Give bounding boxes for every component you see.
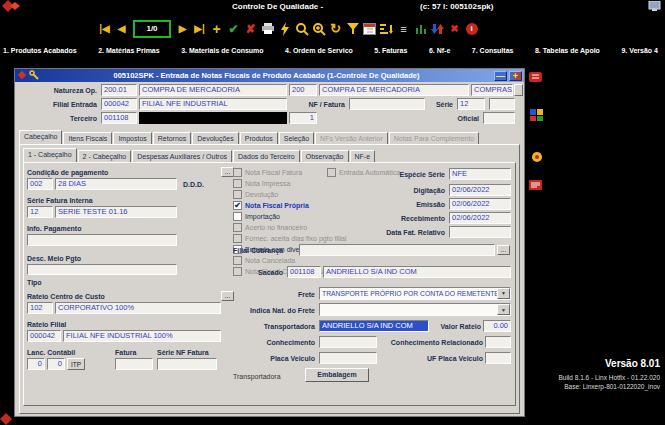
chevron-down-icon[interactable]: ▼ [497, 304, 510, 315]
especie-serie-field[interactable]: NFE [449, 168, 511, 180]
checkbox-importacao[interactable]: Importação [233, 212, 280, 221]
desktop-icon-1[interactable] [528, 70, 543, 88]
new-record-icon[interactable]: + [208, 20, 225, 38]
app-titlebar[interactable]: Controle De Qualidade - (c: 57 l: 005102… [0, 0, 665, 13]
itp-button[interactable]: ITP [67, 358, 85, 370]
data-fat-relativo-field[interactable] [449, 226, 511, 238]
terceiro-name-field-redacted[interactable] [139, 112, 287, 124]
build-label: Build 8.1.6 - Linx Hotfix - 01.22.020 [558, 374, 660, 381]
natureza-tipo-field[interactable]: COMPRAS [471, 84, 513, 96]
nf-fatura-field[interactable] [349, 98, 425, 110]
frete-select[interactable]: TRANSPORTE PRÓPRIO POR CONTA DO REMETENT… [319, 287, 511, 300]
menu-tabelas-apoio[interactable]: 8. Tabelas de Apoio [535, 47, 600, 54]
serie-nf-fatura-field[interactable] [157, 358, 217, 370]
rateio-cc-lookup-button[interactable]: ... [221, 291, 234, 301]
transfer-arrows-icon[interactable] [429, 20, 446, 38]
desktop-icon-4[interactable] [528, 178, 543, 196]
next-record-icon[interactable]: ▶ [174, 20, 191, 38]
uf-placa-veiculo-field[interactable] [485, 352, 511, 364]
terceiro-seq-field[interactable]: 1 [289, 112, 317, 124]
valor-rateio-field[interactable]: 0.00 [483, 320, 511, 332]
print-icon[interactable] [259, 20, 276, 38]
filial-cobranca-lookup-button[interactable]: ... [497, 245, 510, 255]
tab-cabecalho[interactable]: Cabeçalho [19, 130, 62, 145]
natureza-desc-field[interactable]: COMPRA DE MERCADORIA [139, 84, 287, 96]
cond-pagamento-code-field[interactable]: 002 [27, 178, 53, 190]
last-record-icon[interactable]: ▶| [191, 20, 208, 38]
serie-field[interactable]: 12 [457, 98, 485, 110]
menu-versao[interactable]: 9. Versão 4 [621, 47, 658, 54]
rateio-filial-desc-field[interactable]: FILIAL NFE INDUSTRIAL 100% [63, 330, 221, 342]
menu-materias-primas[interactable]: 2. Matérias Primas [98, 47, 159, 54]
embalagem-button[interactable]: Embalagem [305, 368, 369, 382]
checkbox-nota-cancelada[interactable]: Nota Cancelada [233, 256, 295, 265]
natureza-code2-field[interactable]: 200 [289, 84, 317, 96]
delete-icon[interactable]: ✖ [446, 20, 463, 38]
terceiro-code-field[interactable]: 001108 [101, 112, 137, 124]
close-button[interactable]: + [509, 71, 522, 81]
chevron-down-icon[interactable]: ▼ [497, 288, 510, 299]
digitacao-field[interactable]: 02/06/2022 [449, 184, 511, 196]
filial-code-field[interactable]: 000042 [101, 98, 137, 110]
conhecimento-field[interactable] [319, 336, 377, 348]
rateio-cc-code-field[interactable]: 102 [27, 302, 53, 314]
natureza-code-field[interactable]: 200.01 [101, 84, 137, 96]
checkbox-acerto-financeiro[interactable]: Acerto no financeiro [233, 223, 307, 232]
checkbox-nota-fiscal-fatura[interactable]: Nota Fiscal Fatura [233, 168, 302, 177]
checkbox-nota-fiscal-propria[interactable]: ✔Nota Fiscal Própria [233, 201, 309, 210]
lanc-contabil-field-2[interactable]: 0 [47, 358, 65, 370]
desktop-icon-2[interactable] [529, 108, 544, 126]
serie-fatura-code-field[interactable]: 12 [27, 206, 53, 218]
menu-faturas[interactable]: 5. Faturas [374, 47, 407, 54]
first-record-icon[interactable]: |◀ [96, 20, 113, 38]
sort-icon[interactable] [378, 20, 395, 38]
menu-consultas[interactable]: 7. Consultas [472, 47, 514, 54]
menu-materiais-consumo[interactable]: 3. Materiais de Consumo [181, 47, 263, 54]
placa-veiculo-field[interactable] [319, 352, 377, 364]
menu-ordem-servico[interactable]: 4. Ordem de Servico [285, 47, 353, 54]
minimize-button[interactable]: — [494, 71, 507, 81]
desc-meio-pgto-field[interactable] [27, 264, 177, 275]
confirm-icon[interactable]: ✔ [225, 20, 242, 38]
serie-aux-field[interactable] [489, 98, 515, 110]
filial-desc-field[interactable]: FILIAL NFE INDUSTRIAL [139, 98, 287, 110]
oficial-field[interactable] [483, 112, 515, 124]
transportadora-field[interactable]: ANDRIELLO S/A IND COM [319, 320, 429, 332]
calendar-icon[interactable] [361, 20, 378, 38]
recebimento-field[interactable]: 02/06/2022 [449, 212, 511, 224]
bolt-icon[interactable] [276, 20, 293, 38]
rateio-cc-desc-field[interactable]: CORPORATIVO 100% [55, 302, 221, 314]
info-pagamento-field[interactable] [27, 234, 177, 246]
serie-fatura-desc-field[interactable]: SERIE TESTE 01.16 [55, 206, 177, 218]
window-titlebar[interactable]: 005102SPK - Entrada de Notas Fiscais de … [15, 69, 524, 82]
desktop-icon-3[interactable] [530, 150, 544, 168]
checkbox-nota-impressa[interactable]: Nota Impressa [233, 179, 291, 188]
sacado-code-field[interactable]: 001108 [287, 266, 321, 278]
lanc-contabil-field-1[interactable]: 0 [27, 358, 45, 370]
filial-cobranca-field[interactable] [299, 244, 495, 256]
subtab-1-cabecalho[interactable]: 1 - Cabeçalho [23, 148, 77, 163]
conhecimento-relacionado-field[interactable] [485, 336, 511, 348]
natureza-lookup-button[interactable] [514, 84, 523, 96]
natureza-desc2-field[interactable]: COMPRA DE MERCADORIA [319, 84, 469, 96]
sacado-name-field[interactable]: ANDRIELLO S/A IND COM [323, 266, 511, 278]
indica-nat-frete-select[interactable]: ▼ [319, 303, 511, 316]
menu-produtos-acabados[interactable]: 1. Produtos Acabados [3, 47, 77, 54]
emissao-field[interactable]: 02/06/2022 [449, 198, 511, 210]
cond-pagamento-desc-field[interactable]: 28 DIAS [55, 178, 177, 190]
zoom-search-icon[interactable] [310, 20, 327, 38]
checkbox-devolucao[interactable]: Devolução [233, 190, 278, 199]
rateio-filial-code-field[interactable]: 000042 [27, 330, 61, 342]
columns-chart-icon[interactable] [412, 20, 429, 38]
cancel-icon[interactable]: ✘ [242, 20, 259, 38]
checkbox-fornec-dias-fixo[interactable]: Fornec. aceita dias fixo pgto filial [233, 234, 347, 243]
fatura-field[interactable] [115, 358, 153, 370]
refresh-icon[interactable]: ↻ [327, 20, 344, 38]
search-icon[interactable] [293, 20, 310, 38]
info-icon[interactable]: i [463, 20, 480, 38]
filter-icon[interactable] [344, 20, 361, 38]
menu-nfe[interactable]: 6. Nf-e [429, 47, 450, 54]
previous-record-icon[interactable]: ◀ [113, 20, 130, 38]
document-lines-icon[interactable]: ≡ [395, 20, 412, 38]
desktop-icon-5[interactable] [0, 412, 13, 425]
